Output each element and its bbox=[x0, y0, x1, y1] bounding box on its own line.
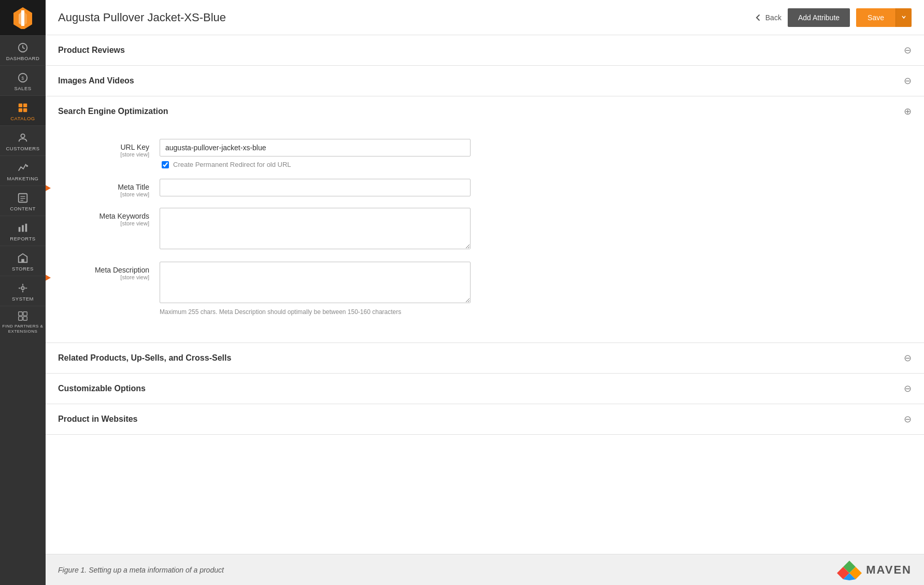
section-customizable-options: Customizable Options ⊖ bbox=[46, 374, 924, 404]
section-title-images-videos: Images And Videos bbox=[58, 76, 134, 85]
permanent-redirect-checkbox[interactable] bbox=[162, 161, 169, 168]
content-label: CONTENT bbox=[10, 206, 35, 211]
maven-logo: MAVEN bbox=[837, 560, 912, 580]
back-arrow-icon bbox=[754, 13, 762, 22]
meta-description-label: Meta Description bbox=[66, 266, 149, 274]
meta-keywords-scope: [store view] bbox=[66, 220, 149, 226]
footer-caption: Figure 1. Setting up a meta information … bbox=[58, 566, 224, 574]
url-key-row: URL Key [store view] Create Permanent Re… bbox=[66, 139, 903, 168]
sidebar-item-dashboard[interactable]: DASHBOARD bbox=[0, 35, 46, 65]
meta-keywords-label: Meta Keywords bbox=[66, 212, 149, 220]
stores-icon bbox=[17, 252, 29, 264]
svg-rect-22 bbox=[19, 312, 22, 316]
meta-description-label-group: Meta Description [store view] bbox=[66, 262, 160, 280]
sidebar-item-marketing[interactable]: MARKETING bbox=[0, 155, 46, 186]
sidebar-logo bbox=[0, 0, 46, 35]
meta-title-input[interactable] bbox=[160, 179, 471, 196]
svg-point-21 bbox=[21, 287, 24, 290]
main-layout: DASHBOARD $ SALES CATALOG bbox=[0, 0, 924, 585]
permanent-redirect-label: Create Permanent Redirect for old URL bbox=[173, 161, 291, 168]
stores-label: STORES bbox=[12, 266, 34, 272]
sidebar: DASHBOARD $ SALES CATALOG bbox=[0, 0, 46, 585]
sidebar-item-system[interactable]: SYSTEM bbox=[0, 276, 46, 306]
sidebar-item-catalog[interactable]: CATALOG bbox=[0, 95, 46, 125]
reports-label: REPORTS bbox=[10, 236, 35, 241]
section-title-seo: Search Engine Optimization bbox=[58, 107, 168, 116]
section-title-product-websites: Product in Websites bbox=[58, 415, 138, 424]
section-header-related-products[interactable]: Related Products, Up-Sells, and Cross-Se… bbox=[46, 343, 924, 373]
collapse-icon-customizable-options: ⊖ bbox=[904, 383, 912, 394]
magento-logo-icon bbox=[11, 6, 34, 29]
collapse-icon-product-reviews: ⊖ bbox=[904, 45, 912, 56]
svg-marker-27 bbox=[46, 269, 51, 287]
redirect-checkbox-row: Create Permanent Redirect for old URL bbox=[160, 161, 903, 168]
url-key-input[interactable] bbox=[160, 139, 471, 156]
sidebar-item-customers[interactable]: CUSTOMERS bbox=[0, 125, 46, 155]
sidebar-item-stores[interactable]: STORES bbox=[0, 246, 46, 276]
sales-icon: $ bbox=[17, 72, 29, 83]
reports-icon bbox=[17, 222, 29, 234]
system-icon bbox=[17, 282, 29, 294]
url-key-label: URL Key bbox=[66, 143, 149, 151]
page-title: Augusta Pullover Jacket-XS-Blue bbox=[58, 11, 746, 24]
content-icon bbox=[17, 192, 29, 204]
section-body-seo: URL Key [store view] Create Permanent Re… bbox=[46, 126, 924, 343]
svg-rect-7 bbox=[19, 104, 22, 107]
section-title-related-products: Related Products, Up-Sells, and Cross-Se… bbox=[58, 353, 231, 363]
section-header-product-reviews[interactable]: Product Reviews ⊖ bbox=[46, 35, 924, 65]
marketing-icon bbox=[17, 162, 29, 174]
meta-keywords-label-group: Meta Keywords [store view] bbox=[66, 208, 160, 226]
collapse-icon-seo: ⊕ bbox=[904, 106, 912, 117]
maven-brand-text: MAVEN bbox=[866, 563, 912, 577]
svg-text:$: $ bbox=[21, 76, 24, 81]
meta-description-input-area: Maximum 255 chars. Meta Description shou… bbox=[160, 262, 903, 316]
meta-title-label-group: Meta Title [store view] bbox=[66, 179, 160, 197]
top-header: Augusta Pullover Jacket-XS-Blue Back Add… bbox=[46, 0, 924, 35]
dashboard-icon bbox=[17, 42, 29, 53]
content-area: Product Reviews ⊖ Images And Videos ⊖ Se… bbox=[46, 35, 924, 554]
svg-rect-9 bbox=[19, 108, 22, 112]
save-button[interactable]: Save bbox=[856, 8, 895, 27]
collapse-icon-product-websites: ⊖ bbox=[904, 413, 912, 425]
meta-title-input-area bbox=[160, 179, 903, 196]
extensions-icon bbox=[17, 310, 29, 322]
svg-rect-24 bbox=[19, 317, 22, 320]
svg-rect-20 bbox=[21, 259, 24, 262]
url-key-input-area: Create Permanent Redirect for old URL bbox=[160, 139, 903, 168]
sidebar-item-content[interactable]: CONTENT bbox=[0, 186, 46, 216]
meta-title-scope: [store view] bbox=[66, 191, 149, 197]
sales-label: SALES bbox=[14, 85, 31, 91]
svg-rect-10 bbox=[23, 108, 27, 112]
meta-description-input[interactable] bbox=[160, 262, 471, 303]
section-product-websites: Product in Websites ⊖ bbox=[46, 404, 924, 435]
collapse-icon-related-products: ⊖ bbox=[904, 352, 912, 364]
section-header-images-videos[interactable]: Images And Videos ⊖ bbox=[46, 66, 924, 96]
meta-description-hint: Maximum 255 chars. Meta Description shou… bbox=[160, 308, 903, 316]
app-wrapper: DASHBOARD $ SALES CATALOG bbox=[0, 0, 924, 585]
svg-rect-25 bbox=[23, 317, 27, 320]
collapse-icon-images-videos: ⊖ bbox=[904, 75, 912, 87]
meta-keywords-input[interactable] bbox=[160, 208, 471, 249]
marketing-label: MARKETING bbox=[7, 176, 39, 181]
section-header-product-websites[interactable]: Product in Websites ⊖ bbox=[46, 404, 924, 434]
header-actions: Back Add Attribute Save bbox=[754, 8, 912, 27]
add-attribute-button[interactable]: Add Attribute bbox=[788, 8, 850, 27]
maven-logo-icon bbox=[837, 560, 862, 580]
svg-rect-13 bbox=[19, 194, 27, 203]
section-images-videos: Images And Videos ⊖ bbox=[46, 66, 924, 96]
customers-icon bbox=[17, 132, 29, 144]
sidebar-item-extensions[interactable]: FIND PARTNERS & EXTENSIONS bbox=[0, 306, 46, 338]
extensions-label: FIND PARTNERS & EXTENSIONS bbox=[2, 324, 44, 334]
section-header-customizable-options[interactable]: Customizable Options ⊖ bbox=[46, 374, 924, 404]
svg-rect-17 bbox=[19, 227, 21, 232]
back-button[interactable]: Back bbox=[754, 13, 781, 22]
system-label: SYSTEM bbox=[12, 296, 34, 302]
section-title-customizable-options: Customizable Options bbox=[58, 384, 146, 393]
sidebar-item-reports[interactable]: REPORTS bbox=[0, 216, 46, 246]
save-dropdown-button[interactable] bbox=[895, 8, 912, 27]
section-header-seo[interactable]: Search Engine Optimization ⊕ bbox=[46, 96, 924, 126]
sidebar-item-sales[interactable]: $ SALES bbox=[0, 65, 46, 95]
catalog-label: CATALOG bbox=[10, 116, 35, 121]
dashboard-label: DASHBOARD bbox=[6, 55, 40, 61]
meta-title-label: Meta Title bbox=[66, 183, 149, 191]
